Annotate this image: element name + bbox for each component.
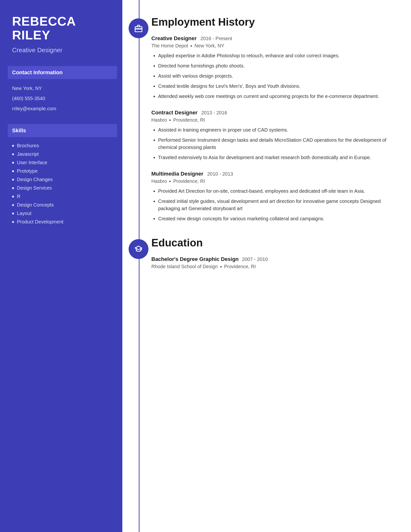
employment-section: Employment History Creative Designer 201… — [122, 16, 394, 222]
education-list: Bachelor's Degree Graphic Design 2007 - … — [151, 256, 394, 269]
job-bullets: Applied expertise in Adobe Photoshop to … — [151, 52, 394, 100]
job-entry: Creative Designer 2016 - Present The Hom… — [151, 35, 394, 100]
education-section: Education Bachelor's Degree Graphic Desi… — [122, 237, 394, 269]
skill-bullet — [12, 145, 14, 147]
employment-icon — [129, 18, 149, 38]
skill-bullet — [12, 221, 14, 223]
skill-label: Product Development — [17, 219, 63, 225]
skill-bullet — [12, 179, 14, 181]
job-dates: 2013 - 2016 — [201, 110, 227, 116]
skills-section: Skills BrochuresJavascriptUser Interface… — [12, 124, 113, 225]
job-title: Multimedia Designer — [151, 171, 203, 177]
skill-label: Design Concepts — [17, 202, 54, 208]
school-dot — [220, 266, 222, 267]
job-dates: 2016 - Present — [200, 36, 232, 41]
candidate-title: Creative Designer — [12, 47, 113, 54]
skill-item: Brochures — [12, 143, 113, 149]
candidate-name: REBECCA RILEY — [12, 15, 113, 42]
skill-item: Design Services — [12, 185, 113, 191]
job-bullet: Applied expertise in Adobe Photoshop to … — [158, 52, 394, 59]
job-bullet: Created new design concepts for various … — [158, 215, 394, 222]
skill-item: User Interface — [12, 160, 113, 165]
contact-location: New York, NY — [12, 85, 113, 92]
job-company: Hasbro Providence, RI — [151, 179, 394, 184]
job-entry: Multimedia Designer 2010 - 2013 Hasbro P… — [151, 171, 394, 222]
contact-phone: (460) 555-3540 — [12, 95, 113, 102]
skill-label: Design Services — [17, 185, 52, 191]
job-bullet: Assisted in training engineers in proper… — [158, 126, 394, 133]
skill-item: Prototype — [12, 168, 113, 174]
skill-item: Product Development — [12, 219, 113, 225]
skill-bullet — [12, 170, 14, 172]
edu-header: Bachelor's Degree Graphic Design 2007 - … — [151, 256, 394, 262]
skill-item: Layout — [12, 211, 113, 216]
skill-bullet — [12, 213, 14, 215]
job-bullet: Attended weekly web core meetings on cur… — [158, 93, 394, 100]
job-title: Contract Designer — [151, 110, 197, 116]
company-dot — [169, 181, 171, 182]
education-icon — [129, 239, 149, 259]
job-entry: Contract Designer 2013 - 2016 Hasbro Pro… — [151, 110, 394, 161]
job-bullets: Assisted in training engineers in proper… — [151, 126, 394, 161]
skill-label: R — [17, 194, 20, 199]
education-title: Education — [151, 237, 394, 249]
company-dot — [190, 45, 192, 47]
job-bullet: Created initial style guides, visual dev… — [158, 198, 394, 212]
main-content: Employment History Creative Designer 201… — [122, 0, 411, 532]
skill-bullet — [12, 204, 14, 206]
contact-email: rriley@example.com — [12, 105, 113, 112]
job-bullet: Performed Senior Instrument design tasks… — [158, 136, 394, 151]
skill-label: User Interface — [17, 160, 47, 165]
skill-item: Design Changes — [12, 177, 113, 182]
job-company: Hasbro Providence, RI — [151, 117, 394, 123]
skill-bullet — [12, 162, 14, 164]
skill-label: Prototype — [17, 168, 38, 174]
sidebar: REBECCA RILEY Creative Designer Contact … — [0, 0, 122, 532]
skills-header: Skills — [8, 124, 117, 137]
edu-dates: 2007 - 2010 — [242, 256, 268, 262]
job-header: Creative Designer 2016 - Present — [151, 35, 394, 42]
job-bullet: Created textile designs for Levi's Men's… — [158, 83, 394, 90]
contact-section: Contact Information New York, NY (460) 5… — [12, 66, 113, 112]
skill-label: Brochures — [17, 143, 39, 149]
skill-item: Javascript — [12, 151, 113, 157]
job-dates: 2010 - 2013 — [207, 171, 233, 177]
skill-label: Javascript — [17, 151, 39, 157]
job-bullets: Provided Art Direction for on-site, cont… — [151, 187, 394, 222]
skill-item: Design Concepts — [12, 202, 113, 208]
contact-header: Contact Information — [8, 66, 117, 79]
employment-title: Employment History — [151, 16, 394, 28]
skill-label: Layout — [17, 211, 31, 216]
edu-entry: Bachelor's Degree Graphic Design 2007 - … — [151, 256, 394, 269]
job-header: Multimedia Designer 2010 - 2013 — [151, 171, 394, 177]
skill-bullet — [12, 187, 14, 189]
skill-bullet — [12, 196, 14, 198]
job-header: Contract Designer 2013 - 2016 — [151, 110, 394, 116]
company-dot — [169, 119, 171, 121]
job-bullet: Directed home furnishings photo shoots. — [158, 62, 394, 69]
job-bullet: Traveled extensively to Asia for develop… — [158, 154, 394, 161]
job-title: Creative Designer — [151, 35, 196, 42]
jobs-list: Creative Designer 2016 - Present The Hom… — [151, 35, 394, 222]
job-bullet: Provided Art Direction for on-site, cont… — [158, 187, 394, 195]
job-company: The Home Depot New York, NY — [151, 43, 394, 49]
skill-bullet — [12, 153, 14, 155]
skill-label: Design Changes — [17, 177, 53, 182]
skill-item: R — [12, 194, 113, 199]
job-bullet: Assist with various design projects. — [158, 72, 394, 80]
skills-list: BrochuresJavascriptUser InterfacePrototy… — [12, 143, 113, 225]
edu-school: Rhode Island School of Design Providence… — [151, 264, 394, 269]
edu-degree: Bachelor's Degree Graphic Design — [151, 256, 239, 262]
